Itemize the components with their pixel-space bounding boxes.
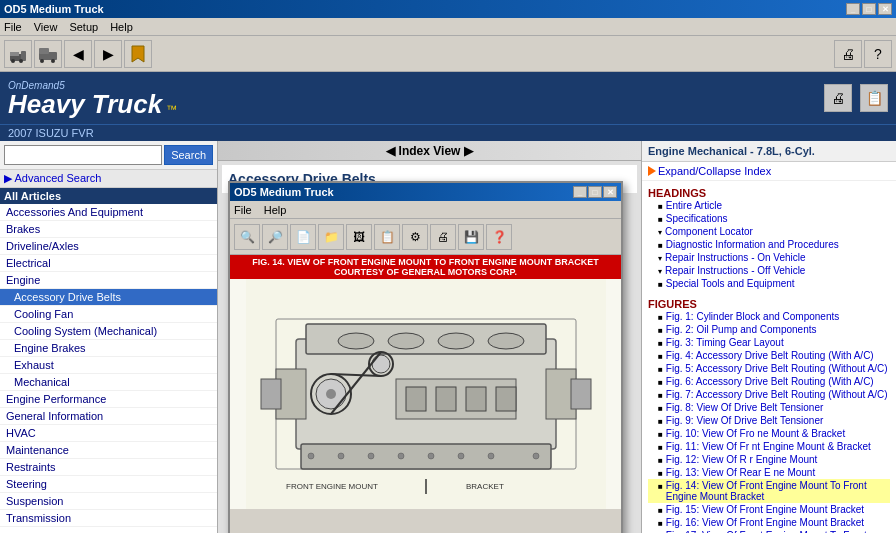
figures-section: FIGURES ■Fig. 1: Cylinder Block and Comp… — [642, 292, 896, 533]
dialog-toolbar: 🔍 🔎 📄 📁 🖼 📋 ⚙ 🖨 💾 ❓ — [230, 219, 621, 255]
nav-item-14[interactable]: Maintenance — [0, 442, 217, 459]
nav-item-3[interactable]: Electrical — [0, 255, 217, 272]
nav-item-2[interactable]: Driveline/Axles — [0, 238, 217, 255]
figures-label: FIGURES — [648, 298, 890, 310]
nav-item-9[interactable]: Exhaust — [0, 357, 217, 374]
nav-item-10[interactable]: Mechanical — [0, 374, 217, 391]
search-button[interactable]: Search — [164, 145, 213, 165]
dialog-menu-help[interactable]: Help — [264, 204, 287, 216]
figure-item-4[interactable]: ■Fig. 5: Accessory Drive Belt Routing (W… — [648, 362, 890, 375]
figure-item-15[interactable]: ■Fig. 16: View Of Front Engine Mount Bra… — [648, 516, 890, 529]
back-btn[interactable]: ◀ — [64, 40, 92, 68]
dialog-image-area: FRONT ENGINE MOUNT BRACKET — [230, 279, 621, 509]
dialog-title-bar: OD5 Medium Truck _ □ ✕ — [230, 183, 621, 201]
nav-item-8[interactable]: Engine Brakes — [0, 340, 217, 357]
figure-item-6[interactable]: ■Fig. 7: Accessory Drive Belt Routing (W… — [648, 388, 890, 401]
close-btn[interactable]: ✕ — [878, 3, 892, 15]
figure-item-11[interactable]: ■Fig. 12: View Of R r Engine Mount — [648, 453, 890, 466]
dialog-tool-zoom[interactable]: 🔎 — [262, 224, 288, 250]
nav-item-18[interactable]: Transmission — [0, 510, 217, 527]
menu-file[interactable]: File — [4, 21, 22, 33]
heading-item-5[interactable]: ▾ Repair Instructions - Off Vehicle — [648, 264, 890, 277]
dialog-tool-help[interactable]: ❓ — [486, 224, 512, 250]
headings-label: HEADINGS — [648, 187, 890, 199]
figure-item-0[interactable]: ■Fig. 1: Cylinder Block and Components — [648, 310, 890, 323]
nav-item-12[interactable]: General Information — [0, 408, 217, 425]
figure-item-5[interactable]: ■Fig. 6: Accessory Drive Belt Routing (W… — [648, 375, 890, 388]
dialog-tool-doc[interactable]: 📄 — [290, 224, 316, 250]
heading-item-0[interactable]: ■ Entire Article — [648, 199, 890, 212]
heading-item-4[interactable]: ▾ Repair Instructions - On Vehicle — [648, 251, 890, 264]
title-bar: OD5 Medium Truck _ □ ✕ — [0, 0, 896, 18]
menu-setup[interactable]: Setup — [69, 21, 98, 33]
nav-item-16[interactable]: Steering — [0, 476, 217, 493]
figure-item-8[interactable]: ■Fig. 9: View Of Drive Belt Tensioner — [648, 414, 890, 427]
home-btn[interactable] — [4, 40, 32, 68]
maximize-btn[interactable]: □ — [862, 3, 876, 15]
dialog-tool-print[interactable]: 🖨 — [430, 224, 456, 250]
print-btn[interactable]: 🖨 — [834, 40, 862, 68]
expand-collapse-btn[interactable]: Expand/Collapse Index — [658, 165, 771, 177]
nav-item-0[interactable]: Accessories And Equipment — [0, 204, 217, 221]
help-btn[interactable]: ? — [864, 40, 892, 68]
figure-item-10[interactable]: ■Fig. 11: View Of Fr nt Engine Mount & B… — [648, 440, 890, 453]
advanced-search-link[interactable]: ▶ Advanced Search — [0, 170, 217, 188]
figure-item-12[interactable]: ■Fig. 13: View Of Rear E ne Mount — [648, 466, 890, 479]
heading-item-1[interactable]: ■ Specifications — [648, 212, 890, 225]
menu-bar: File View Setup Help — [0, 18, 896, 36]
figure-item-13[interactable]: ■Fig. 14: View Of Front Engine Mount To … — [648, 479, 890, 503]
nav-item-13[interactable]: HVAC — [0, 425, 217, 442]
search-input[interactable] — [4, 145, 162, 165]
menu-help[interactable]: Help — [110, 21, 133, 33]
truck-icon-btn[interactable] — [34, 40, 62, 68]
heading-item-6[interactable]: ■ Special Tools and Equipment — [648, 277, 890, 290]
dialog-maximize-btn[interactable]: □ — [588, 186, 602, 198]
figure-item-3[interactable]: ■Fig. 4: Accessory Drive Belt Routing (W… — [648, 349, 890, 362]
heading-item-3[interactable]: ■ Diagnostic Information and Procedures — [648, 238, 890, 251]
nav-item-6[interactable]: Cooling Fan — [0, 306, 217, 323]
forward-btn[interactable]: ▶ — [94, 40, 122, 68]
heading-item-2[interactable]: ▾ Component Locator — [648, 225, 890, 238]
dialog-window-controls: _ □ ✕ — [573, 186, 617, 198]
right-panel-header: Engine Mechanical - 7.8L, 6-Cyl. — [642, 141, 896, 162]
svg-rect-32 — [496, 387, 516, 411]
svg-rect-4 — [10, 52, 19, 56]
dialog-tool-settings[interactable]: ⚙ — [402, 224, 428, 250]
nav-item-1[interactable]: Brakes — [0, 221, 217, 238]
nav-item-17[interactable]: Suspension — [0, 493, 217, 510]
right-help-btn[interactable]: 📋 — [860, 84, 888, 112]
nav-item-15[interactable]: Restraints — [0, 459, 217, 476]
svg-point-38 — [428, 453, 434, 459]
nav-item-4[interactable]: Engine — [0, 272, 217, 289]
logo-area: OnDemand5 Heavy Truck ™ 🖨 📋 — [0, 72, 896, 124]
dialog-tool-image[interactable]: 🖼 — [346, 224, 372, 250]
svg-point-39 — [458, 453, 464, 459]
svg-point-25 — [372, 355, 390, 373]
bookmark-btn[interactable] — [124, 40, 152, 68]
dialog-tool-save[interactable]: 💾 — [458, 224, 484, 250]
right-print-btn[interactable]: 🖨 — [824, 84, 852, 112]
minimize-btn[interactable]: _ — [846, 3, 860, 15]
dialog-tool-folder[interactable]: 📁 — [318, 224, 344, 250]
figure-item-7[interactable]: ■Fig. 8: View Of Drive Belt Tensioner — [648, 401, 890, 414]
headings-container: ■ Entire Article■ Specifications▾ Compon… — [648, 199, 890, 290]
figure-item-2[interactable]: ■Fig. 3: Timing Gear Layout — [648, 336, 890, 349]
svg-point-37 — [398, 453, 404, 459]
menu-view[interactable]: View — [34, 21, 58, 33]
dialog-minimize-btn[interactable]: _ — [573, 186, 587, 198]
dialog-menu-file[interactable]: File — [234, 204, 252, 216]
svg-rect-30 — [436, 387, 456, 411]
svg-rect-16 — [571, 379, 591, 409]
figure-item-1[interactable]: ■Fig. 2: Oil Pump and Components — [648, 323, 890, 336]
nav-item-7[interactable]: Cooling System (Mechanical) — [0, 323, 217, 340]
dialog-close-btn[interactable]: ✕ — [603, 186, 617, 198]
nav-item-5[interactable]: Accessory Drive Belts — [0, 289, 217, 306]
svg-point-19 — [438, 333, 474, 349]
dialog-tool-list[interactable]: 📋 — [374, 224, 400, 250]
svg-point-35 — [338, 453, 344, 459]
figure-item-9[interactable]: ■Fig. 10: View Of Fro ne Mount & Bracket — [648, 427, 890, 440]
figure-item-16[interactable]: ■Fig. 17: View Of Front Engine Mount To … — [648, 529, 890, 533]
figure-item-14[interactable]: ■Fig. 15: View Of Front Engine Mount Bra… — [648, 503, 890, 516]
nav-item-11[interactable]: Engine Performance — [0, 391, 217, 408]
dialog-tool-search[interactable]: 🔍 — [234, 224, 260, 250]
